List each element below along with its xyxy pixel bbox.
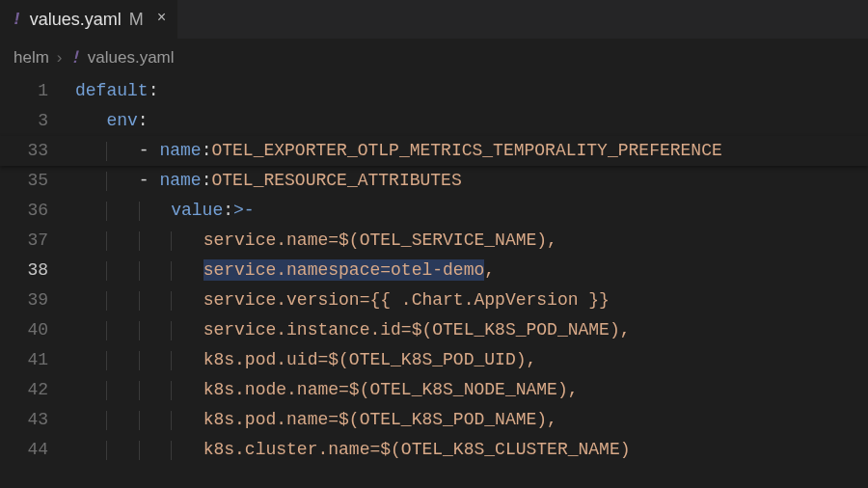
code-content: k8s.pod.name=$(OTEL_K8S_POD_NAME), xyxy=(75,406,557,434)
code-line[interactable]: 43 k8s.pod.name=$(OTEL_K8S_POD_NAME), xyxy=(0,405,868,435)
line-number: 1 xyxy=(0,77,68,105)
tab-bar: ! values.yaml M × xyxy=(0,0,868,39)
code-line[interactable]: 3 env: xyxy=(0,106,868,136)
tab-modified-indicator: M xyxy=(129,6,144,34)
code-line[interactable]: 40 service.instance.id=$(OTEL_K8S_POD_NA… xyxy=(0,315,868,345)
code-line[interactable]: 1default: xyxy=(0,76,868,106)
code-line[interactable]: 38 service.namespace=otel-demo, xyxy=(0,256,868,285)
code-content: service.version={{ .Chart.AppVersion }} xyxy=(75,286,610,314)
editor-tab[interactable]: ! values.yaml M × xyxy=(0,0,177,39)
breadcrumb-file[interactable]: values.yaml xyxy=(88,44,175,70)
line-number: 40 xyxy=(0,316,68,344)
code-editor[interactable]: 1default:3 env:33 - name: OTEL_EXPORTER_… xyxy=(0,76,868,465)
code-line[interactable]: 44 k8s.cluster.name=$(OTEL_K8S_CLUSTER_N… xyxy=(0,435,868,465)
yaml-icon: ! xyxy=(70,44,80,70)
line-number: 37 xyxy=(0,227,68,255)
line-number: 42 xyxy=(0,376,68,404)
code-content: - name: OTEL_RESOURCE_ATTRIBUTES xyxy=(75,167,462,195)
line-number: 3 xyxy=(0,107,68,135)
code-content: k8s.pod.uid=$(OTEL_K8S_POD_UID), xyxy=(75,346,536,374)
yaml-icon: ! xyxy=(12,6,22,34)
code-content: service.instance.id=$(OTEL_K8S_POD_NAME)… xyxy=(75,316,631,344)
code-content: env: xyxy=(75,107,149,135)
code-line[interactable]: 35 - name: OTEL_RESOURCE_ATTRIBUTES xyxy=(0,166,868,196)
line-number: 44 xyxy=(0,436,68,464)
line-number: 33 xyxy=(0,137,68,165)
code-content: service.namespace=otel-demo, xyxy=(75,257,495,285)
chevron-right-icon: › xyxy=(57,44,63,70)
line-number: 35 xyxy=(0,167,68,195)
line-number: 43 xyxy=(0,406,68,434)
code-line[interactable]: 42 k8s.node.name=$(OTEL_K8S_NODE_NAME), xyxy=(0,375,868,405)
code-content: k8s.node.name=$(OTEL_K8S_NODE_NAME), xyxy=(75,376,579,404)
breadcrumb: helm › ! values.yaml xyxy=(0,39,868,76)
code-content: k8s.cluster.name=$(OTEL_K8S_CLUSTER_NAME… xyxy=(75,436,631,464)
code-content: default: xyxy=(75,77,158,105)
code-line[interactable]: 37 service.name=$(OTEL_SERVICE_NAME), xyxy=(0,226,868,256)
code-content: value: >- xyxy=(75,197,255,225)
code-line[interactable]: 39 service.version={{ .Chart.AppVersion … xyxy=(0,285,868,315)
code-line[interactable]: 33 - name: OTEL_EXPORTER_OTLP_METRICS_TE… xyxy=(0,136,868,166)
code-line[interactable]: 41 k8s.pod.uid=$(OTEL_K8S_POD_UID), xyxy=(0,345,868,375)
code-content: - name: OTEL_EXPORTER_OTLP_METRICS_TEMPO… xyxy=(75,137,722,165)
breadcrumb-folder[interactable]: helm xyxy=(14,44,49,70)
line-number: 39 xyxy=(0,286,68,314)
line-number: 41 xyxy=(0,346,68,374)
code-line[interactable]: 36 value: >- xyxy=(0,196,868,226)
close-icon[interactable]: × xyxy=(157,7,167,32)
code-content: service.name=$(OTEL_SERVICE_NAME), xyxy=(75,227,557,255)
line-number: 38 xyxy=(0,257,68,285)
tab-filename: values.yaml xyxy=(30,6,122,34)
line-number: 36 xyxy=(0,197,68,225)
